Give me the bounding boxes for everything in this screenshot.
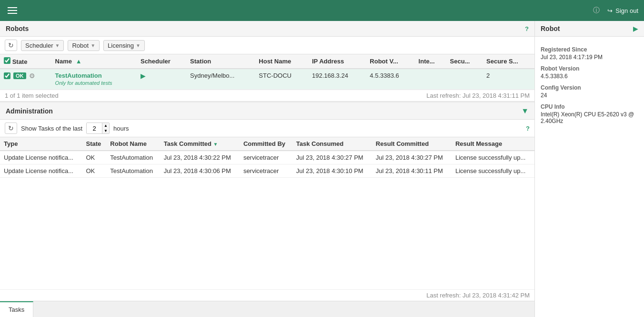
state-checkbox-group: OK ⚙ bbox=[4, 72, 48, 80]
select-all-checkbox[interactable] bbox=[4, 57, 10, 64]
robots-footer: 1 of 1 item selected Last refresh: Jul 2… bbox=[0, 90, 534, 101]
gear-icon[interactable]: ⚙ bbox=[29, 72, 35, 80]
task-consumed-cell-2: Jul 23, 2018 4:30:10 PM bbox=[292, 164, 372, 178]
col-robot-v[interactable]: Robot V... bbox=[366, 54, 414, 69]
menu-button[interactable] bbox=[6, 5, 19, 16]
signout-button[interactable]: ↪ Sign out bbox=[607, 7, 638, 14]
col-result-message[interactable]: Result Message bbox=[452, 137, 534, 151]
col-hostname[interactable]: Host Name bbox=[255, 54, 308, 69]
col-committed-by[interactable]: Committed By bbox=[240, 137, 292, 151]
task-type-cell-1[interactable]: Update License notifica... bbox=[0, 151, 82, 164]
col-state[interactable]: State bbox=[82, 137, 106, 151]
collapse-icon[interactable]: ▼ bbox=[521, 107, 529, 115]
robots-refresh-button[interactable]: ↻ bbox=[5, 40, 17, 51]
admin-table: Type State Robot Name Task Committed ▼ C… bbox=[0, 137, 534, 178]
tab-tasks[interactable]: Tasks bbox=[0, 301, 33, 317]
result-message-cell-1[interactable]: License successfully up... bbox=[452, 151, 534, 164]
col-state-label: State bbox=[12, 58, 28, 65]
menu-line-1 bbox=[8, 7, 17, 8]
admin-refresh-button[interactable]: ↻ bbox=[5, 123, 17, 134]
header-right: ⓘ ↪ Sign out bbox=[593, 6, 638, 15]
robots-header-row: State Name ▲ Scheduler Station Host Name… bbox=[0, 54, 534, 69]
row-name-cell: TestAutomation Only for automated tests bbox=[51, 69, 137, 90]
scheduler-label: Scheduler bbox=[25, 42, 53, 49]
result-committed-cell-2: Jul 23, 2018 4:30:11 PM bbox=[372, 164, 452, 178]
name-sort-icon: ▲ bbox=[76, 58, 82, 65]
hours-down-button[interactable]: ▼ bbox=[102, 128, 109, 133]
col-name[interactable]: Name ▲ bbox=[51, 54, 137, 69]
show-tasks-label: Show Tasks of the last bbox=[21, 125, 82, 132]
hours-up-button[interactable]: ▲ bbox=[102, 123, 109, 128]
col-type[interactable]: Type bbox=[0, 137, 82, 151]
row-scheduler-cell: ▶ bbox=[137, 69, 186, 90]
detail-robot-version: Robot Version 4.5.3383.6 bbox=[541, 65, 638, 80]
task-committed-cell-1: Jul 23, 2018 4:30:22 PM bbox=[160, 151, 240, 164]
robot-name-link[interactable]: TestAutomation bbox=[55, 72, 102, 79]
menu-line-3 bbox=[8, 13, 17, 14]
task-robot-name-cell-1: TestAutomation bbox=[106, 151, 160, 164]
admin-header-row: Type State Robot Name Task Committed ▼ C… bbox=[0, 137, 534, 151]
main-layout: Robots ? ↻ Scheduler ▼ Robot ▼ Licensing… bbox=[0, 21, 644, 317]
col-inte[interactable]: Inte... bbox=[415, 54, 446, 69]
task-state-cell-1: OK bbox=[82, 151, 106, 164]
scheduler-caret: ▼ bbox=[55, 43, 60, 48]
right-panel-title: Robot bbox=[541, 25, 560, 32]
table-row[interactable]: Update License notifica... OK TestAutoma… bbox=[0, 164, 534, 178]
robots-toolbar: ↻ Scheduler ▼ Robot ▼ Licensing ▼ bbox=[0, 37, 534, 54]
col-secu[interactable]: Secu... bbox=[446, 54, 483, 69]
result-committed-cell-1: Jul 23, 2018 4:30:27 PM bbox=[372, 151, 452, 164]
hours-label: hours bbox=[113, 125, 129, 132]
task-committed-sort: ▼ bbox=[213, 142, 218, 147]
hours-input[interactable] bbox=[87, 123, 102, 133]
robot-subtitle: Only for automated tests bbox=[55, 80, 112, 86]
signout-label: Sign out bbox=[615, 7, 638, 14]
committed-by-cell-1: servicetracer bbox=[240, 151, 292, 164]
robots-section: Robots ? ↻ Scheduler ▼ Robot ▼ Licensing… bbox=[0, 21, 534, 102]
signout-icon: ↪ bbox=[607, 7, 613, 14]
robots-table-container: State Name ▲ Scheduler Station Host Name… bbox=[0, 54, 534, 90]
detail-cpu-info: CPU Info Intel(R) Xeon(R) CPU E5-2620 v3… bbox=[541, 103, 638, 124]
cpu-info-value: Intel(R) Xeon(R) CPU E5-2620 v3 @ 2.40GH… bbox=[541, 111, 638, 124]
admin-section: Administration ▼ ↻ Show Tasks of the las… bbox=[0, 102, 534, 317]
table-row[interactable]: Update License notifica... OK TestAutoma… bbox=[0, 151, 534, 164]
row-ip-cell: 192.168.3.24 bbox=[308, 69, 366, 90]
row-robot-version-cell: 4.5.3383.6 bbox=[366, 69, 414, 90]
task-robot-name-cell-2: TestAutomation bbox=[106, 164, 160, 178]
registered-since-label: Registered Since bbox=[541, 46, 638, 53]
robots-help[interactable]: ? bbox=[525, 25, 529, 32]
col-task-consumed[interactable]: Task Consumed bbox=[292, 137, 372, 151]
config-version-label: Config Version bbox=[541, 84, 638, 91]
col-ip[interactable]: IP Address bbox=[308, 54, 366, 69]
admin-last-refresh: Last refresh: Jul 23, 2018 4:31:42 PM bbox=[426, 292, 530, 299]
licensing-dropdown[interactable]: Licensing ▼ bbox=[103, 40, 145, 51]
col-robot-name[interactable]: Robot Name bbox=[106, 137, 160, 151]
result-message-cell-2[interactable]: License successfully up... bbox=[452, 164, 534, 178]
col-task-committed[interactable]: Task Committed ▼ bbox=[160, 137, 240, 151]
right-panel-content: Registered Since Jul 23, 2018 4:17:19 PM… bbox=[535, 37, 644, 317]
right-panel-header: Robot ▶ bbox=[535, 21, 644, 37]
col-station[interactable]: Station bbox=[186, 54, 255, 69]
col-checkbox[interactable]: State bbox=[0, 54, 51, 69]
admin-section-header: Administration ▼ bbox=[0, 102, 534, 120]
scheduler-dropdown[interactable]: Scheduler ▼ bbox=[21, 40, 64, 51]
committed-by-cell-2: servicetracer bbox=[240, 164, 292, 178]
task-type-cell-2[interactable]: Update License notifica... bbox=[0, 164, 82, 178]
admin-help[interactable]: ? bbox=[526, 125, 530, 132]
col-result-committed[interactable]: Result Committed bbox=[372, 137, 452, 151]
menu-line-2 bbox=[8, 10, 17, 11]
robot-dropdown[interactable]: Robot ▼ bbox=[68, 40, 100, 51]
col-secure-s[interactable]: Secure S... bbox=[483, 54, 534, 69]
info-icon[interactable]: ⓘ bbox=[593, 6, 600, 15]
licensing-caret: ▼ bbox=[136, 43, 141, 48]
table-row[interactable]: OK ⚙ TestAutomation Only for automated t… bbox=[0, 69, 534, 90]
right-panel-expand-icon[interactable]: ▶ bbox=[633, 25, 638, 32]
row-checkbox[interactable] bbox=[4, 72, 10, 79]
task-state-cell-2: OK bbox=[82, 164, 106, 178]
col-scheduler[interactable]: Scheduler bbox=[137, 54, 186, 69]
row-secu-cell bbox=[446, 69, 483, 90]
registered-since-value: Jul 23, 2018 4:17:19 PM bbox=[541, 54, 638, 61]
admin-footer: Last refresh: Jul 23, 2018 4:31:42 PM bbox=[0, 289, 534, 301]
robots-table-head: State Name ▲ Scheduler Station Host Name… bbox=[0, 54, 534, 69]
tabs-bar: Tasks bbox=[0, 301, 534, 317]
play-icon[interactable]: ▶ bbox=[141, 72, 146, 80]
